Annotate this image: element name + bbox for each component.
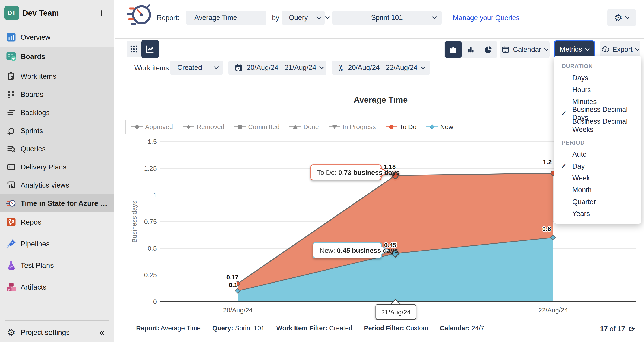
- x-tick-22aug: 22/Aug/24: [538, 306, 568, 314]
- bar-chart-button[interactable]: [462, 41, 480, 58]
- settings-button[interactable]: ⚙: [607, 9, 636, 26]
- data-label: 0.6: [542, 225, 551, 232]
- analytics-views-icon: [4, 180, 18, 190]
- gear-icon: ⚙: [4, 327, 18, 338]
- sidebar-item-boards[interactable]: Boards: [0, 85, 114, 103]
- sidebar-item-delivery-plans[interactable]: Delivery Plans: [0, 158, 114, 176]
- manage-queries-link[interactable]: Manage your Queries: [453, 14, 520, 22]
- artifacts-icon: [4, 281, 18, 293]
- collapse-sidebar-icon[interactable]: «: [100, 327, 104, 337]
- x-tick-20aug: 20/Aug/24: [223, 306, 252, 314]
- menu-item-hours[interactable]: Hours: [554, 84, 641, 96]
- sidebar-item-queries[interactable]: Queries: [0, 140, 114, 158]
- grid-view-button[interactable]: [126, 41, 141, 57]
- status-bar: Report: Average Time Query: Sprint 101 W…: [136, 324, 484, 332]
- work-items-icon: [4, 71, 18, 81]
- sidebar-item-boards-hub[interactable]: Boards: [0, 48, 114, 66]
- legend-item-in-progress[interactable]: In Progress: [329, 123, 376, 131]
- chevron-down-icon: [635, 46, 640, 51]
- chevron-down-icon: [420, 65, 425, 69]
- sidebar-item-repos[interactable]: Repos: [0, 213, 114, 231]
- sidebar-item-backlogs[interactable]: Backlogs: [0, 104, 114, 122]
- item-count: 17 of 17 ⟳: [600, 324, 635, 333]
- divider: [5, 320, 109, 321]
- area-chart-button[interactable]: [445, 41, 462, 58]
- check-icon: ✓: [561, 162, 572, 170]
- legend-item-approved[interactable]: Approved: [131, 123, 173, 131]
- data-label: 0.17: [226, 274, 239, 281]
- menu-item-month[interactable]: Month: [554, 184, 641, 196]
- menu-item-quarter[interactable]: Quarter: [554, 196, 641, 208]
- svg-text:New: 0.45 business days: New: 0.45 business days: [320, 247, 398, 254]
- svg-text:21/Aug/24: 21/Aug/24: [381, 309, 411, 316]
- chevron-down-icon: [544, 46, 548, 51]
- menu-item-auto[interactable]: Auto: [554, 148, 641, 160]
- sidebar-item-time-in-state[interactable]: Time in State for Azure DevO...: [0, 194, 114, 212]
- work-items-filter-select[interactable]: Created: [170, 61, 223, 75]
- menu-section-period: PERIOD: [554, 136, 641, 148]
- overview-icon: [4, 31, 18, 43]
- pie-chart-button[interactable]: [480, 41, 497, 58]
- chevron-down-icon: [319, 65, 324, 69]
- backlogs-icon: [4, 108, 18, 117]
- data-label: 0.1: [229, 281, 238, 288]
- metrics-button[interactable]: Metrics: [554, 40, 595, 58]
- menu-item-business-decimal-weeks[interactable]: Business Decimal Weeks: [554, 119, 641, 131]
- time-in-state-icon: [4, 198, 18, 208]
- chevron-down-icon: [625, 15, 630, 19]
- chevron-down-icon: [432, 14, 437, 20]
- refresh-icon[interactable]: ⟳: [629, 324, 635, 333]
- sidebar-item-label: Work items: [20, 72, 56, 81]
- sidebar-item-overview[interactable]: Overview: [0, 28, 114, 46]
- menu-section-duration: DURATION: [554, 60, 641, 72]
- sidebar-item-label: Backlogs: [20, 109, 50, 117]
- sidebar: DT Dev Team + Overview B: [0, 0, 114, 342]
- legend-item-to-do[interactable]: To Do: [386, 123, 416, 131]
- sidebar-item-sprints[interactable]: Sprints: [0, 122, 114, 140]
- report-label: Report:: [157, 14, 180, 22]
- trim-range-select[interactable]: ✂ 20/Aug/24 - 22/Aug/24: [332, 61, 430, 75]
- legend-item-removed[interactable]: Removed: [183, 123, 224, 131]
- chevron-down-icon: [316, 14, 322, 20]
- chart-view-button[interactable]: [141, 40, 159, 58]
- sidebar-item-project-settings[interactable]: ⚙ Project settings «: [0, 323, 114, 341]
- sidebar-item-test-plans[interactable]: Test Plans: [0, 256, 114, 274]
- chevron-down-icon: [325, 14, 330, 20]
- sidebar-item-label: Boards: [20, 90, 43, 99]
- sprints-icon: [4, 126, 18, 136]
- delivery-plans-icon: [4, 162, 18, 172]
- menu-item-week[interactable]: Week: [554, 172, 641, 184]
- test-plans-icon: [4, 259, 18, 271]
- legend-item-done[interactable]: Done: [289, 123, 319, 131]
- menu-item-years[interactable]: Years: [554, 208, 641, 220]
- work-items-filter-value: Created: [177, 64, 202, 72]
- metrics-dropdown-menu: DURATION Days Hours Minutes ✓Business De…: [554, 56, 641, 224]
- pipelines-icon: [4, 238, 18, 250]
- sidebar-item-pipelines[interactable]: Pipelines: [0, 235, 114, 253]
- crosshair-label: 21/Aug/24: [376, 300, 416, 319]
- sidebar-item-work-items[interactable]: Work items: [0, 67, 114, 85]
- query-select[interactable]: Sprint 101: [332, 11, 442, 25]
- boards-hub-icon: [4, 51, 18, 62]
- legend-item-committed[interactable]: Committed: [234, 123, 280, 131]
- menu-item-days[interactable]: Days: [554, 72, 641, 84]
- sidebar-item-analytics-views[interactable]: Analytics views: [0, 176, 114, 194]
- group-by-select[interactable]: Query: [282, 11, 325, 25]
- report-select[interactable]: Average Time: [186, 11, 266, 25]
- add-icon[interactable]: +: [98, 8, 105, 18]
- sidebar-item-label: Project settings: [20, 328, 70, 337]
- sidebar-item-label: Boards: [20, 53, 45, 61]
- export-button[interactable]: Export: [600, 41, 640, 58]
- divider: [554, 134, 641, 134]
- sidebar-item-label: Sprints: [20, 127, 43, 135]
- legend-item-new[interactable]: New: [426, 123, 453, 131]
- calendar-button[interactable]: Calendar: [500, 41, 550, 58]
- sidebar-item-label: Time in State for Azure DevO...: [20, 199, 108, 208]
- date-range-select[interactable]: 20/Aug/24 - 21/Aug/24: [228, 61, 326, 75]
- team-header[interactable]: DT Dev Team +: [0, 4, 114, 23]
- team-name: Dev Team: [22, 9, 59, 18]
- divider: [5, 26, 109, 26]
- sidebar-item-artifacts[interactable]: Artifacts: [0, 278, 114, 296]
- menu-item-day[interactable]: ✓Day: [554, 160, 641, 172]
- work-items-label: Work items:: [134, 64, 171, 72]
